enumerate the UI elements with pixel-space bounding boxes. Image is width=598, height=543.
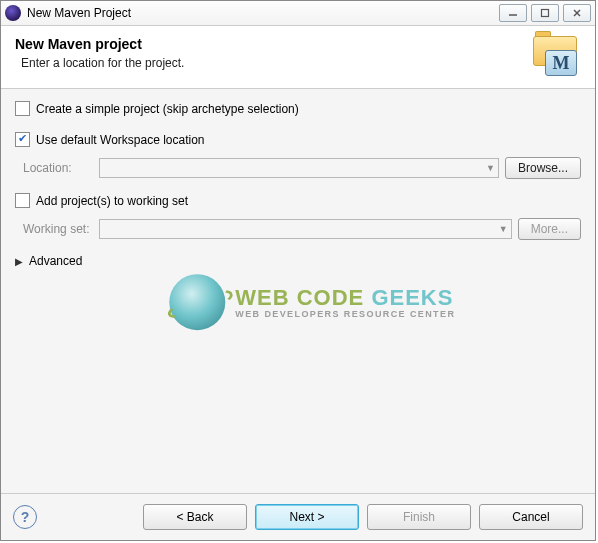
advanced-expander[interactable]: ▶ Advanced [15, 254, 581, 268]
page-subtitle: Enter a location for the project. [21, 56, 523, 70]
cancel-button[interactable]: Cancel [479, 504, 583, 530]
checkbox-working-set[interactable] [15, 193, 30, 208]
watermark-subtitle: WEB DEVELOPERS RESOURCE CENTER [235, 309, 455, 319]
checkbox-default-ws-label: Use default Workspace location [36, 133, 205, 147]
checkbox-simple-project-label: Create a simple project (skip archetype … [36, 102, 299, 116]
checkbox-default-ws-row[interactable]: Use default Workspace location [15, 132, 581, 147]
checkbox-simple-project-row[interactable]: Create a simple project (skip archetype … [15, 101, 581, 116]
maximize-icon [540, 8, 550, 18]
dialog-window: New Maven Project New Maven project Ente… [0, 0, 596, 541]
working-set-row: Working set: ▼ More... [23, 218, 581, 240]
chevron-down-icon: ▼ [499, 224, 508, 234]
checkbox-working-set-label: Add project(s) to working set [36, 194, 188, 208]
maximize-button[interactable] [531, 4, 559, 22]
finish-button[interactable]: Finish [367, 504, 471, 530]
more-button[interactable]: More... [518, 218, 581, 240]
window-title: New Maven Project [27, 6, 131, 20]
next-button[interactable]: Next > [255, 504, 359, 530]
eclipse-icon [5, 5, 21, 21]
advanced-label: Advanced [29, 254, 82, 268]
maven-folder-icon: M [531, 36, 577, 76]
location-combo: ▼ [99, 158, 499, 178]
checkbox-working-set-row[interactable]: Add project(s) to working set [15, 193, 581, 208]
svg-rect-1 [542, 10, 549, 17]
working-set-combo: ▼ [99, 219, 512, 239]
working-set-label: Working set: [23, 222, 99, 236]
dialog-body: Create a simple project (skip archetype … [1, 89, 595, 493]
watermark-title: WEB CODE GEEKS [235, 285, 455, 311]
triangle-right-icon: ▶ [15, 256, 23, 267]
button-bar: ? < Back Next > Finish Cancel [1, 493, 595, 540]
titlebar: New Maven Project [1, 1, 595, 26]
minimize-button[interactable] [499, 4, 527, 22]
back-button[interactable]: < Back [143, 504, 247, 530]
checkbox-simple-project[interactable] [15, 101, 30, 116]
close-button[interactable] [563, 4, 591, 22]
help-button[interactable]: ? [13, 505, 37, 529]
browse-button[interactable]: Browse... [505, 157, 581, 179]
location-row: Location: ▼ Browse... [23, 157, 581, 179]
header-band: New Maven project Enter a location for t… [1, 26, 595, 89]
close-icon [572, 8, 582, 18]
watermark: WEB CODE GEEKS WEB DEVELOPERS RESOURCE C… [169, 274, 455, 330]
minimize-icon [508, 8, 518, 18]
globe-icon [169, 274, 225, 330]
chevron-down-icon: ▼ [486, 163, 495, 173]
checkbox-default-ws[interactable] [15, 132, 30, 147]
page-title: New Maven project [15, 36, 523, 52]
location-label: Location: [23, 161, 99, 175]
